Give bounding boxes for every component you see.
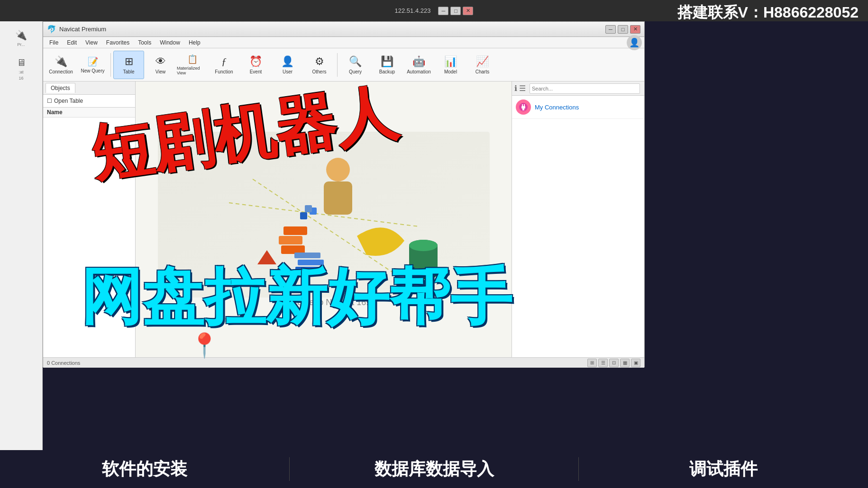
status-er-icon[interactable]: ▣ (631, 359, 640, 367)
info-icon[interactable]: ℹ (514, 84, 517, 93)
mat-view-icon: 📋 (187, 54, 198, 64)
avatar-icon: 👤 (629, 37, 640, 48)
table-label: Table (123, 69, 135, 74)
menu-bar: File Edit View Favorites Tools Window He… (43, 37, 644, 48)
new-query-label: New Query (81, 68, 104, 73)
toolbar-event[interactable]: ⏰ Event (240, 51, 271, 79)
status-grid-icon[interactable]: ⊞ (587, 359, 597, 367)
toolbar-table[interactable]: ⊞ Table (113, 51, 144, 79)
others-label: Others (312, 69, 326, 74)
search-input[interactable] (530, 83, 640, 94)
taskbar-close[interactable]: ✕ (463, 7, 473, 15)
toolbar-model[interactable]: 📊 Model (435, 51, 466, 79)
table-icon: ⊞ (125, 55, 133, 68)
toolbar-view[interactable]: 👁 View (145, 51, 176, 79)
open-table-row[interactable]: ☐ Open Table (45, 97, 133, 105)
taskbar-restore[interactable]: □ (450, 7, 461, 15)
taskbar-center: 122.51.4.223 ─ □ ✕ (395, 7, 474, 15)
bottom-bar: 软件的安装 数据库数据导入 调试插件 (0, 450, 868, 488)
right-panel: ℹ ☰ My Connections (512, 81, 644, 357)
taskbar-minimize[interactable]: ─ (438, 7, 448, 15)
sidebar-icon-2[interactable]: 🖥 :at 16 (5, 54, 38, 83)
left-sidebar: 🔌 Pr... 🖥 :at 16 (0, 21, 43, 488)
svg-rect-4 (324, 181, 352, 215)
mat-view-label: Materialized View (177, 66, 208, 75)
taskbar-ip: 122.51.4.223 (395, 7, 431, 14)
query-icon: 🔍 (349, 55, 362, 68)
sidebar-sym-1: 🔌 (15, 29, 27, 41)
list-view-icon[interactable]: ☰ (519, 84, 526, 93)
status-right: ⊞ ☰ ⊡ ▦ ▣ (587, 359, 640, 367)
user-icon: 👤 (281, 55, 294, 68)
menu-help[interactable]: Help (185, 38, 204, 47)
function-label: Function (215, 69, 233, 74)
contact-overlay: 搭建联系V：H8866228052 (677, 2, 859, 23)
window-controls: ─ □ ✕ (605, 25, 640, 34)
status-bar: 0 Connections ⊞ ☰ ⊡ ▦ ▣ (43, 357, 644, 368)
menu-file[interactable]: File (46, 38, 62, 47)
bottom-label-1: 软件的安装 (102, 458, 187, 481)
svg-rect-16 (300, 212, 307, 219)
charts-icon: 📈 (476, 55, 489, 68)
location-pin-icon: 📍 (190, 332, 219, 359)
toolbar: 🔌 Connection 📝 New Query ⊞ Table 👁 View … (43, 48, 644, 81)
model-icon: 📊 (444, 55, 457, 68)
toolbar-automation[interactable]: 🤖 Automation (403, 51, 434, 79)
objects-tab[interactable]: Objects (46, 83, 75, 93)
open-table-label: Open Table (54, 98, 83, 104)
left-panel-actions: ☐ Open Table (43, 95, 135, 108)
connection-label: Connection (49, 69, 73, 74)
status-list-icon[interactable]: ☰ (598, 359, 608, 367)
svg-rect-22 (522, 104, 523, 106)
bottom-section-1: 软件的安装 (0, 458, 289, 481)
toolbar-user[interactable]: 👤 User (272, 51, 303, 79)
toolbar-connection[interactable]: 🔌 Connection (46, 51, 76, 79)
connection-icon: 🔌 (55, 55, 67, 68)
bottom-label-3: 调试插件 (689, 458, 758, 481)
others-icon: ⚙ (315, 55, 324, 68)
sidebar-icon-1[interactable]: 🔌 Pr... (5, 24, 38, 52)
sidebar-label-2: :at (18, 70, 23, 74)
status-thumb-icon[interactable]: ▦ (620, 359, 630, 367)
connection-plug-icon (516, 99, 531, 115)
status-detail-icon[interactable]: ⊡ (609, 359, 619, 367)
toolbar-others[interactable]: ⚙ Others (304, 51, 335, 79)
menu-view[interactable]: View (82, 38, 101, 47)
open-table-checkbox[interactable]: ☐ (47, 98, 52, 104)
connection-count: 0 Connections (47, 360, 80, 366)
toolbar-new-query[interactable]: 📝 New Query (77, 51, 108, 79)
sidebar-label-2b: 16 (18, 76, 23, 81)
win-minimize[interactable]: ─ (605, 25, 616, 34)
bottom-label-2: 数据库数据导入 (375, 458, 494, 481)
win-close[interactable]: ✕ (630, 25, 640, 34)
event-icon: ⏰ (249, 55, 262, 68)
win-restore[interactable]: □ (618, 25, 628, 34)
charts-label: Charts (475, 69, 489, 74)
toolbar-mat-view[interactable]: 📋 Materialized View (177, 51, 208, 79)
bottom-section-3: 调试插件 (579, 458, 868, 481)
bottom-section-2: 数据库数据导入 (290, 458, 579, 481)
user-avatar: 👤 (627, 35, 642, 50)
svg-rect-10 (279, 236, 302, 244)
model-label: Model (444, 69, 457, 74)
menu-favorites[interactable]: Favorites (102, 38, 133, 47)
toolbar-charts[interactable]: 📈 Charts (467, 51, 498, 79)
sidebar-label-1: Pr... (17, 42, 25, 47)
svg-rect-11 (283, 226, 307, 235)
svg-rect-21 (522, 108, 524, 110)
svg-point-8 (409, 240, 438, 251)
my-connections-label[interactable]: My Connections (535, 104, 579, 111)
menu-tools[interactable]: Tools (134, 38, 155, 47)
user-label: User (283, 69, 292, 74)
svg-rect-18 (305, 205, 312, 212)
menu-window[interactable]: Window (156, 38, 184, 47)
toolbar-function[interactable]: ƒ Function (209, 51, 239, 79)
left-panel-toolbar: Objects (43, 81, 135, 95)
navicat-logo-icon: 🐬 (47, 25, 56, 34)
my-connections-item[interactable]: My Connections (512, 96, 644, 119)
automation-icon: 🤖 (412, 55, 425, 68)
title-bar: 🐬 Navicat Premium ─ □ ✕ (43, 22, 644, 37)
function-icon: ƒ (221, 55, 227, 68)
event-label: Event (250, 69, 262, 74)
menu-edit[interactable]: Edit (63, 38, 81, 47)
